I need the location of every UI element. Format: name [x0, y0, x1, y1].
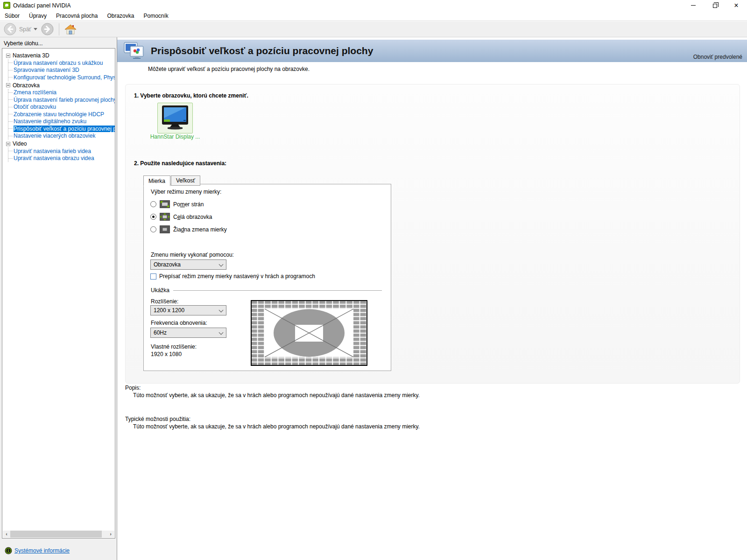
preview-label: Ukážka — [151, 287, 169, 294]
group-divider — [173, 290, 382, 291]
tree-item-hdcp-status[interactable]: Zobrazenie stavu technológie HDCP — [8, 111, 115, 118]
minimize-button[interactable] — [683, 0, 704, 11]
back-button[interactable] — [4, 23, 16, 35]
tree-item-change-resolution[interactable]: Zmena rozlíšenia — [8, 89, 115, 97]
window-controls: × — [683, 0, 747, 11]
collapse-icon[interactable] — [6, 83, 10, 87]
task-tree-panel: Nastavenia 3D Úprava nastavení obrazu s … — [2, 48, 115, 539]
section2-heading: 2. Použite nasledujúce nastavenia: — [134, 160, 226, 167]
override-scaling-row[interactable]: Prepísať režim zmeny mierky nastavený v … — [150, 273, 315, 280]
system-info-link[interactable]: Systémové informácie — [14, 547, 70, 554]
minimize-icon — [691, 5, 696, 6]
page-subtitle: Môžete upraviť veľkosť a pozíciu pracovn… — [148, 66, 310, 72]
radio-button[interactable] — [150, 201, 156, 207]
forward-button[interactable] — [41, 23, 54, 35]
close-icon: × — [734, 2, 738, 9]
menu-file[interactable]: Súbor — [0, 13, 24, 19]
back-dropdown-caret-icon[interactable] — [34, 28, 37, 30]
sidebar-header: Vyberte úlohu... — [4, 40, 43, 47]
tree-item-rotate-display[interactable]: Otočiť obrazovku — [8, 104, 115, 111]
tab-mierka[interactable]: Mierka — [143, 175, 170, 186]
sidebar: Vyberte úlohu... Nastavenia 3D Úprava na… — [0, 37, 117, 560]
tree-children-3d: Úprava nastavení obrazu s ukážkou Spravo… — [8, 59, 115, 81]
tree-category-3d-settings[interactable]: Nastavenia 3D — [6, 52, 115, 59]
tree-item-multiple-displays[interactable]: Nastavenie viacerých obrazoviek — [8, 133, 115, 140]
chevron-down-icon — [219, 308, 224, 313]
scroll-left-icon[interactable]: ‹ — [3, 531, 10, 538]
info-icon — [5, 547, 12, 554]
settings-tabs: Mierka Veľkosť — [143, 175, 201, 186]
restore-button[interactable] — [704, 0, 726, 11]
close-button[interactable]: × — [726, 0, 747, 11]
collapse-icon[interactable] — [6, 54, 10, 58]
no-scaling-icon — [160, 225, 170, 233]
tree-category-video[interactable]: Video — [6, 140, 115, 147]
collapse-icon[interactable] — [6, 142, 10, 146]
tree-item-adjust-image[interactable]: Úprava nastavení obrazu s ukážkou — [8, 59, 115, 67]
override-label: Prepísať režim zmeny mierky nastavený v … — [159, 273, 315, 280]
radio-label: Pomer strán — [173, 201, 204, 208]
back-label: Späť — [19, 26, 31, 33]
tree-item-digital-audio[interactable]: Nastavenie digitálneho zvuku — [8, 118, 115, 126]
custom-resolution-label: Vlastné rozlíšenie: — [151, 343, 197, 350]
restore-defaults-link[interactable]: Obnoviť predvolené — [693, 54, 742, 60]
scaling-panel: Výber režimu zmeny mierky: Pomer strán — [143, 184, 391, 371]
tree-category-display[interactable]: Obrazovka — [6, 82, 115, 89]
tree-children-video: Upraviť nastavenia farieb videa Upraviť … — [8, 147, 115, 162]
refresh-rate-select[interactable]: 60Hz — [150, 328, 226, 338]
description-text: Túto možnosť vyberte, ak sa ukazuje, že … — [133, 392, 420, 399]
main-content: Prispôsobiť veľkosť a pozíciu pracovnej … — [117, 37, 747, 560]
tree-item-adjust-size-position[interactable]: Prispôsobiť veľkosť a pozíciu pracovnej … — [8, 125, 115, 133]
radio-fullscreen[interactable]: Celá obrazovka — [150, 213, 212, 221]
radio-button[interactable] — [150, 214, 156, 220]
display-tile-hannstar[interactable] — [157, 103, 193, 133]
tab-velkost[interactable]: Veľkosť — [171, 175, 200, 186]
resolution-label: Rozlíšenie: — [151, 298, 178, 305]
display-label[interactable]: HannStar Display ... — [140, 133, 211, 140]
tree-children-display: Zmena rozlíšenia Úprava nastavení farieb… — [8, 89, 115, 140]
typical-usage-label: Typické možnosti použitia: — [125, 416, 190, 422]
menubar: Súbor Úpravy Pracovná plocha Obrazovka P… — [0, 11, 747, 21]
chevron-down-icon — [219, 330, 224, 335]
tree-item-manage-3d[interactable]: Spravovanie nastavení 3D — [8, 67, 115, 74]
perform-scaling-label: Zmenu mierky vykonať pomocou: — [151, 252, 234, 258]
monitor-icon — [160, 105, 190, 131]
tree-item-video-image[interactable]: Upraviť nastavenia obrazu videa — [8, 155, 115, 162]
custom-resolution-value: 1920 x 1080 — [151, 351, 182, 357]
tree-item-desktop-colors[interactable]: Úprava nastavení farieb pracovnej plochy — [8, 96, 115, 104]
menu-display[interactable]: Obrazovka — [102, 13, 139, 19]
perform-scaling-select[interactable]: Obrazovka — [150, 259, 226, 270]
home-button[interactable] — [64, 24, 77, 35]
menu-desktop[interactable]: Pracovná plocha — [51, 13, 102, 19]
titlebar: Ovládací panel NVIDIA × — [0, 0, 747, 11]
menu-help[interactable]: Pomocník — [139, 13, 173, 19]
restore-icon — [713, 4, 717, 8]
preview-group-header: Ukážka — [151, 287, 382, 294]
page-title: Prispôsobiť veľkosť a pozíciu pracovnej … — [151, 45, 373, 56]
task-tree: Nastavenia 3D Úprava nastavení obrazu s … — [2, 49, 115, 162]
radio-aspect-ratio[interactable]: Pomer strán — [150, 200, 204, 208]
chevron-down-icon — [219, 262, 224, 267]
refresh-rate-label: Frekvencia obnovenia: — [151, 320, 207, 326]
scrollbar-thumb[interactable] — [10, 531, 102, 538]
radio-label: Celá obrazovka — [173, 214, 212, 220]
toolbar-separator — [59, 23, 59, 35]
menu-edit[interactable]: Úpravy — [24, 13, 51, 19]
radio-no-scaling[interactable]: Žiadna zmena mierky — [150, 225, 227, 233]
radio-button[interactable] — [150, 226, 156, 232]
system-info-row: Systémové informácie — [5, 547, 70, 554]
tree-item-video-colors[interactable]: Upraviť nastavenia farieb videa — [8, 147, 115, 155]
horizontal-scrollbar[interactable]: ‹ › — [3, 531, 114, 538]
override-checkbox[interactable] — [150, 273, 156, 280]
scale-mode-label: Výber režimu zmeny mierky: — [151, 189, 221, 195]
tree-item-configure-surround[interactable]: Konfigurovať technológie Surround, PhysX — [8, 74, 115, 81]
test-pattern-preview — [251, 300, 367, 366]
typical-usage-text: Túto možnosť vyberte, ak sa ukazuje, že … — [133, 423, 420, 430]
toolbar: Späť — [0, 21, 747, 37]
scroll-right-icon[interactable]: › — [107, 531, 114, 538]
fullscreen-icon — [160, 213, 170, 221]
window-title: Ovládací panel NVIDIA — [13, 2, 70, 9]
nvidia-app-icon — [3, 2, 10, 9]
resolution-select[interactable]: 1200 x 1200 — [150, 305, 226, 315]
aspect-ratio-icon — [160, 200, 170, 208]
